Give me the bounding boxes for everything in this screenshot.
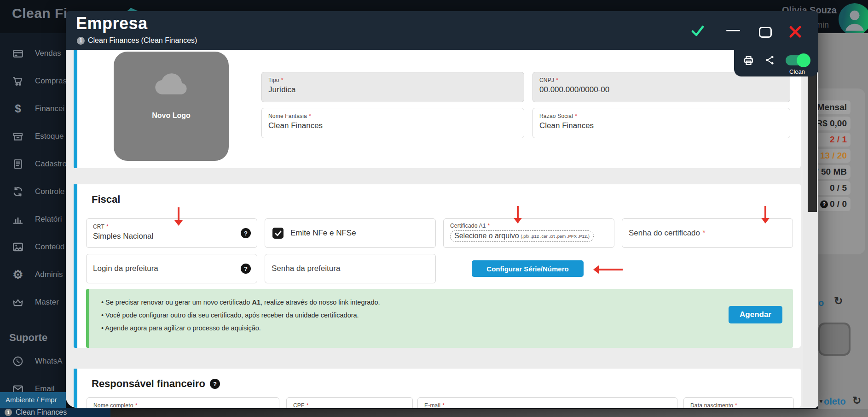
sidebar-item-label: Adminis bbox=[35, 270, 63, 279]
stat-chip: 13 / 20 bbox=[818, 149, 851, 163]
person-icon bbox=[839, 3, 868, 35]
stat-chip: 2 / 1 bbox=[818, 133, 851, 147]
logo-upload[interactable]: Novo Logo bbox=[114, 52, 229, 161]
app-logo: Clean Fi bbox=[12, 6, 68, 21]
environment-company-bar: 1 Clean Finances bbox=[0, 408, 110, 417]
dimmed-background-panel: Mensal R$ 0,00 2 / 1 13 / 20 / 50 MB 0 /… bbox=[818, 33, 868, 417]
crt-field[interactable]: CRT * Simples Nacional ? bbox=[86, 218, 257, 248]
maximize-button[interactable] bbox=[758, 26, 773, 39]
data-nascimento-field[interactable]: Data nascimento * bbox=[683, 397, 794, 408]
scrollbar-thumb[interactable] bbox=[808, 67, 817, 212]
whatsapp-icon bbox=[11, 354, 25, 368]
crown-icon bbox=[11, 295, 25, 309]
minimize-button[interactable] bbox=[725, 25, 741, 36]
empresa-modal: Empresa 1 Clean Finances (Clean Finances… bbox=[66, 11, 818, 408]
checkbox-checked-icon[interactable] bbox=[272, 228, 284, 239]
razao-social-field[interactable]: Razão Social * Clean Finances bbox=[532, 108, 790, 138]
cart-icon bbox=[11, 74, 25, 88]
cloud-upload-icon bbox=[151, 67, 191, 97]
check-icon bbox=[690, 23, 705, 38]
file-select-button[interactable]: Selecione o arquivo (.pfx .p12 .cer .crt… bbox=[450, 230, 594, 242]
sidebar-item-label: Master bbox=[35, 298, 59, 307]
share-button[interactable] bbox=[764, 54, 775, 66]
nome-fantasia-field[interactable]: Nome Fantasia * Clean Finances bbox=[261, 108, 524, 138]
fiscal-heading: Fiscal bbox=[92, 194, 120, 206]
bar-chart-icon bbox=[11, 212, 25, 226]
modal-title: Empresa bbox=[76, 14, 148, 33]
logo-upload-label: Novo Logo bbox=[114, 112, 229, 120]
environment-panel: Ambiente / Empr bbox=[0, 392, 66, 409]
nome-completo-field[interactable]: Nome completo * bbox=[87, 397, 279, 408]
help-icon: ? bbox=[820, 200, 828, 208]
cpf-field[interactable]: CPF * bbox=[286, 397, 413, 408]
gear-icon: ⚙ bbox=[11, 268, 25, 282]
modal-subtitle: 1 Clean Finances (Clean Finances) bbox=[77, 36, 197, 45]
annotation-arrow-crt bbox=[178, 207, 179, 225]
certificate-info-box: Se precisar renovar ou gerar um novo cer… bbox=[86, 289, 793, 348]
breadcrumb: Ambiente / Empr bbox=[6, 396, 57, 404]
stat-chip: Mensal bbox=[818, 100, 851, 114]
card-icon bbox=[11, 47, 25, 60]
senha-prefeitura-field[interactable]: Senha da prefeitura bbox=[265, 254, 436, 283]
certificado-a1-field[interactable]: Certificado A1 * Selecione o arquivo (.p… bbox=[443, 218, 614, 248]
sync-icon bbox=[11, 185, 25, 199]
refresh-icon[interactable]: ↻ bbox=[834, 295, 843, 307]
responsavel-heading: Responsável financeiro ? bbox=[92, 378, 220, 390]
sidebar-item-label: Vendas bbox=[35, 49, 61, 58]
toggle-label: Clean bbox=[785, 68, 810, 75]
avatar[interactable] bbox=[839, 3, 868, 35]
sidebar: Vendas Compras $ Financei Estoque Cadast… bbox=[0, 33, 66, 392]
annotation-arrow-senha bbox=[764, 206, 766, 223]
caret-down-icon[interactable]: ▼ bbox=[818, 398, 824, 405]
help-icon[interactable]: ? bbox=[241, 228, 251, 238]
journal-icon bbox=[11, 157, 25, 171]
clean-mode-toggle[interactable]: Clean bbox=[786, 55, 809, 65]
sidebar-item-label: Conteúd bbox=[35, 242, 64, 252]
login-prefeitura-field[interactable]: Login da prefeitura ? bbox=[86, 254, 257, 283]
close-button[interactable] bbox=[787, 24, 803, 40]
help-icon[interactable]: ? bbox=[210, 379, 220, 389]
sidebar-item-label: Estoque bbox=[35, 132, 64, 141]
annotation-arrow-configurar bbox=[594, 269, 623, 270]
background-link-boleto[interactable]: oleto bbox=[824, 396, 846, 407]
hidden-logo-tip bbox=[127, 8, 138, 11]
sidebar-item-label: Cadastro bbox=[35, 159, 67, 169]
agendar-button[interactable]: Agendar bbox=[729, 306, 782, 323]
stat-chip: / 50 MB bbox=[818, 165, 851, 179]
company-name: Clean Finances bbox=[16, 408, 67, 417]
stat-chip: R$ 0,00 bbox=[818, 117, 851, 130]
background-box bbox=[818, 323, 851, 356]
toggle-knob bbox=[797, 53, 810, 67]
company-card: Novo Logo Tipo * Jurídica CNPJ * 00.000.… bbox=[74, 50, 801, 168]
stat-chip: ? 0 / 0 bbox=[818, 197, 851, 211]
save-button[interactable] bbox=[690, 23, 706, 39]
sidebar-item-label: Relatóri bbox=[35, 215, 62, 224]
sidebar-item-label: Controle bbox=[35, 187, 64, 196]
responsavel-card: Responsável financeiro ? Nome completo *… bbox=[74, 369, 801, 408]
annotation-arrow-certificado bbox=[517, 206, 519, 223]
background-link-partial[interactable]: o bbox=[818, 298, 824, 308]
box-icon bbox=[11, 129, 25, 143]
screen: Clean Fi Olivia Souza dmin Vendas Compra… bbox=[0, 0, 868, 417]
modal-toolbar: Clean bbox=[734, 50, 818, 76]
info-badge: 1 bbox=[77, 37, 85, 45]
minimize-icon bbox=[726, 30, 740, 31]
maximize-icon bbox=[759, 27, 772, 38]
email-field[interactable]: E-mail * bbox=[417, 397, 677, 408]
stat-chip: 0 / 5 bbox=[818, 181, 851, 195]
refresh-icon[interactable]: ↻ bbox=[852, 394, 861, 407]
sidebar-item-label: Financei bbox=[35, 104, 64, 113]
image-icon bbox=[11, 240, 25, 254]
sidebar-section-suporte: Suporte bbox=[9, 332, 47, 344]
print-button[interactable] bbox=[742, 54, 755, 67]
configurar-serie-numero-button[interactable]: Configurar Série/Número bbox=[472, 260, 584, 277]
sidebar-item-label: Compras bbox=[35, 76, 67, 86]
sidebar-item-label: WhatsA bbox=[35, 357, 63, 366]
emite-nfe-checkbox-field[interactable]: Emite NFe e NFSe bbox=[265, 218, 436, 248]
info-bullets: Se precisar renovar ou gerar um novo cer… bbox=[101, 298, 793, 332]
help-icon[interactable]: ? bbox=[241, 264, 251, 274]
dollar-icon: $ bbox=[11, 102, 25, 116]
bottom-bar bbox=[0, 409, 868, 417]
tipo-field: Tipo * Jurídica bbox=[261, 72, 524, 102]
company-badge: 1 bbox=[5, 409, 12, 416]
